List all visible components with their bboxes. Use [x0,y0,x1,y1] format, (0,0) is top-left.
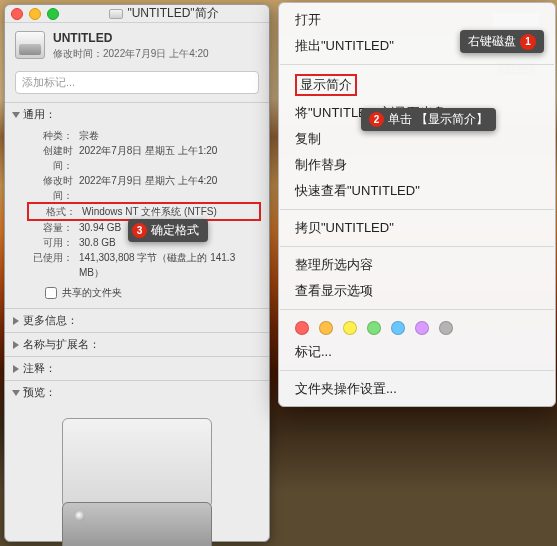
section-general-head[interactable]: 通用： [5,103,269,126]
header: UNTITLED 修改时间：2022年7月9日 上午4:20 [5,23,269,67]
disclosure-down-icon [12,390,20,396]
annotation-3-text: 确定格式 [151,222,199,239]
tag-gray[interactable] [439,321,453,335]
menu-quicklook[interactable]: 快速查看"UNTITLED" [279,178,555,204]
window-title-text: "UNTITLED"简介 [127,5,218,22]
shared-folder-checkbox[interactable]: 共享的文件夹 [45,286,261,300]
section-more-label: 更多信息： [23,313,78,328]
row-kind: 种类：宗卷 [27,128,261,143]
menu-separator [280,370,554,371]
section-name-ext: 名称与扩展名： [5,332,269,356]
tag-blue[interactable] [391,321,405,335]
row-used: 已使用：141,303,808 字节（磁盘上的 141.3 MB） [27,250,261,280]
minimize-button[interactable] [29,8,41,20]
disclosure-down-icon [12,112,20,118]
menu-get-info[interactable]: 显示简介 [279,70,555,100]
section-comments: 注释： [5,356,269,380]
menu-folder-actions[interactable]: 文件夹操作设置... [279,376,555,402]
menu-separator [280,309,554,310]
modified-line: 修改时间：2022年7月9日 上午4:20 [53,47,209,61]
section-more: 更多信息： [5,308,269,332]
annotation-2-num: 2 [369,112,384,127]
section-name-ext-head[interactable]: 名称与扩展名： [5,333,269,356]
section-preview-head[interactable]: 预览： [5,381,269,404]
annotation-3-num: 3 [132,223,147,238]
disclosure-right-icon [13,341,19,349]
menu-separator [280,64,554,65]
section-preview: 预览： [5,380,269,546]
annotation-2-text-b: 【显示简介】 [416,111,488,128]
annotation-1-text: 右键磁盘 [468,33,516,50]
section-name-ext-label: 名称与扩展名： [23,337,100,352]
tag-yellow[interactable] [343,321,357,335]
get-info-window: "UNTITLED"简介 UNTITLED 修改时间：2022年7月9日 上午4… [4,4,270,542]
section-more-head[interactable]: 更多信息： [5,309,269,332]
window-title: "UNTITLED"简介 [65,5,263,22]
annotation-3: 3 确定格式 [128,219,208,242]
titlebar[interactable]: "UNTITLED"简介 [5,5,269,23]
row-modified: 修改时间：2022年7月9日 星期六 上午4:20 [27,173,261,203]
section-general: 通用： 种类：宗卷 创建时间：2022年7月8日 星期五 上午1:20 修改时间… [5,102,269,308]
tag-red[interactable] [295,321,309,335]
section-comments-head[interactable]: 注释： [5,357,269,380]
shared-checkbox-input[interactable] [45,287,57,299]
menu-tags[interactable]: 标记... [279,339,555,365]
menu-tag-colors[interactable] [279,315,555,339]
disk-mini-icon [109,9,123,19]
section-comments-label: 注释： [23,361,56,376]
row-created: 创建时间：2022年7月8日 星期五 上午1:20 [27,143,261,173]
disclosure-right-icon [13,365,19,373]
annotation-2: 2 单击 【显示简介】 [361,108,496,131]
tag-green[interactable] [367,321,381,335]
disk-icon [15,31,45,59]
tag-orange[interactable] [319,321,333,335]
menu-view-options[interactable]: 查看显示选项 [279,278,555,304]
menu-cleanup[interactable]: 整理所选内容 [279,252,555,278]
context-menu: 打开 推出"UNTITLED" 显示简介 将"UNTITLED"刻录至光盘...… [278,2,556,407]
annotation-1-num: 1 [520,34,536,50]
preview-disk-icon [42,412,232,546]
close-button[interactable] [11,8,23,20]
section-preview-label: 预览： [23,385,56,400]
menu-alias[interactable]: 制作替身 [279,152,555,178]
shared-label: 共享的文件夹 [62,286,122,300]
annotation-2-text-a: 单击 [388,111,412,128]
disk-name: UNTITLED [53,31,209,45]
tags-input[interactable]: 添加标记... [15,71,259,94]
menu-get-info-label: 显示简介 [295,74,357,96]
section-general-label: 通用： [23,107,56,122]
menu-separator [280,246,554,247]
tag-purple[interactable] [415,321,429,335]
zoom-button[interactable] [47,8,59,20]
menu-copy[interactable]: 拷贝"UNTITLED" [279,215,555,241]
disclosure-right-icon [13,317,19,325]
annotation-1: 右键磁盘 1 [460,30,544,53]
menu-separator [280,209,554,210]
